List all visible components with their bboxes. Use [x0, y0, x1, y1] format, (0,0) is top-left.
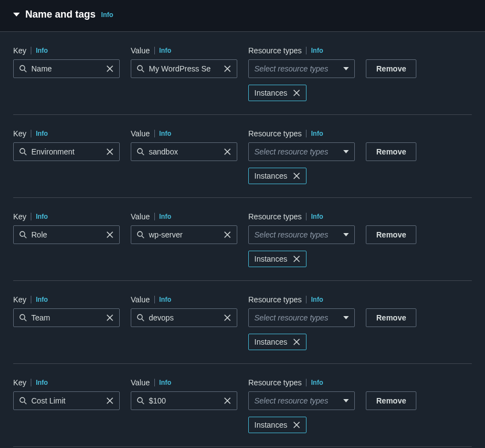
resource-types-select[interactable]: Select resource types — [248, 59, 355, 78]
tag-row: KeyInfoValueInfoResource typesInfoSelect… — [13, 364, 472, 447]
panel-header[interactable]: Name and tags Info — [0, 0, 485, 32]
resource-types-select[interactable]: Select resource types — [248, 225, 355, 244]
tag-row: KeyInfoValueInfoResource typesInfoSelect… — [13, 32, 472, 115]
chip-label: Instances — [254, 89, 287, 97]
chevron-down-icon — [343, 67, 349, 70]
key-input[interactable] — [31, 147, 103, 156]
value-label: ValueInfo — [131, 129, 237, 138]
remove-column: .Remove — [366, 212, 425, 244]
value-input[interactable] — [149, 313, 220, 322]
resource-types-select[interactable]: Select resource types — [248, 308, 355, 327]
key-column: KeyInfo — [13, 378, 120, 410]
resource-types-info-link[interactable]: Info — [311, 130, 323, 137]
key-info-link[interactable]: Info — [36, 130, 48, 137]
resource-types-chips: Instances — [248, 251, 355, 267]
key-info-link[interactable]: Info — [36, 47, 48, 54]
remove-tag-button[interactable]: Remove — [366, 225, 416, 244]
resource-types-info-link[interactable]: Info — [311, 296, 323, 303]
clear-value-icon[interactable] — [220, 397, 237, 405]
clear-key-icon[interactable] — [103, 397, 119, 405]
chip-label: Instances — [254, 338, 287, 346]
clear-value-icon[interactable] — [220, 148, 237, 156]
name-and-tags-panel: Name and tags Info KeyInfoValueInfoResou… — [0, 0, 485, 448]
key-input[interactable] — [31, 313, 103, 322]
remove-tag-button[interactable]: Remove — [366, 59, 416, 78]
resource-type-chip: Instances — [248, 85, 306, 101]
value-input-wrap — [131, 59, 237, 78]
value-info-link[interactable]: Info — [159, 379, 171, 386]
remove-chip-icon[interactable] — [293, 338, 300, 346]
clear-key-icon[interactable] — [103, 314, 119, 322]
remove-tag-button[interactable]: Remove — [366, 308, 416, 327]
svg-line-15 — [142, 153, 144, 155]
remove-chip-icon[interactable] — [293, 255, 300, 263]
key-info-link[interactable]: Info — [36, 296, 48, 303]
resource-types-info-link[interactable]: Info — [311, 379, 323, 386]
key-input[interactable] — [31, 230, 103, 239]
value-info-link[interactable]: Info — [159, 47, 171, 54]
value-label: ValueInfo — [131, 212, 237, 221]
value-column: ValueInfo — [131, 378, 237, 410]
value-info-link[interactable]: Info — [159, 130, 171, 137]
resource-types-info-link[interactable]: Info — [311, 47, 323, 54]
resource-types-chips: Instances — [248, 85, 355, 101]
remove-chip-icon[interactable] — [293, 421, 300, 429]
key-input[interactable] — [31, 64, 103, 73]
key-input-wrap — [13, 391, 120, 410]
clear-value-icon[interactable] — [220, 314, 237, 322]
key-info-link[interactable]: Info — [36, 379, 48, 386]
search-icon — [131, 231, 149, 239]
search-icon — [131, 397, 149, 405]
search-icon — [131, 148, 149, 156]
resource-types-select[interactable]: Select resource types — [248, 391, 355, 410]
chip-label: Instances — [254, 172, 287, 180]
remove-tag-button[interactable]: Remove — [366, 391, 416, 410]
clear-value-icon[interactable] — [220, 231, 237, 239]
key-input-wrap — [13, 59, 120, 78]
clear-value-icon[interactable] — [220, 65, 237, 73]
value-input-wrap — [131, 225, 237, 244]
value-input[interactable] — [149, 396, 220, 405]
chip-label: Instances — [254, 421, 287, 429]
remove-chip-icon[interactable] — [293, 89, 300, 97]
remove-column: .Remove — [366, 378, 425, 410]
resource-types-select[interactable]: Select resource types — [248, 142, 355, 161]
header-info-link[interactable]: Info — [101, 11, 113, 19]
value-input-wrap — [131, 142, 237, 161]
tag-row: KeyInfoValueInfoResource typesInfoSelect… — [13, 115, 472, 198]
tags-list: KeyInfoValueInfoResource typesInfoSelect… — [0, 32, 485, 448]
key-input[interactable] — [31, 396, 103, 405]
svg-line-35 — [142, 319, 144, 321]
resource-type-chip: Instances — [248, 417, 306, 433]
resource-types-column: Resource typesInfoSelect resource typesI… — [248, 46, 355, 101]
resource-type-chip: Instances — [248, 168, 306, 184]
value-input[interactable] — [149, 147, 220, 156]
tag-row: KeyInfoValueInfoResource typesInfoSelect… — [13, 198, 472, 281]
svg-line-25 — [142, 236, 144, 238]
remove-tag-button[interactable]: Remove — [366, 142, 416, 161]
select-placeholder: Select resource types — [254, 147, 328, 156]
clear-key-icon[interactable] — [103, 148, 119, 156]
clear-key-icon[interactable] — [103, 231, 119, 239]
value-input-wrap — [131, 391, 237, 410]
key-column: KeyInfo — [13, 212, 120, 244]
key-info-link[interactable]: Info — [36, 213, 48, 220]
key-label: KeyInfo — [13, 46, 120, 55]
svg-line-45 — [142, 402, 144, 404]
value-input[interactable] — [149, 64, 220, 73]
value-column: ValueInfo — [131, 295, 237, 327]
resource-types-label: Resource typesInfo — [248, 129, 355, 138]
resource-types-info-link[interactable]: Info — [311, 213, 323, 220]
search-icon — [14, 231, 31, 239]
resource-types-chips: Instances — [248, 417, 355, 433]
clear-key-icon[interactable] — [103, 65, 119, 73]
search-icon — [131, 65, 149, 73]
value-input[interactable] — [149, 230, 220, 239]
value-label: ValueInfo — [131, 46, 237, 55]
resource-type-chip: Instances — [248, 334, 306, 350]
remove-chip-icon[interactable] — [293, 172, 300, 180]
value-info-link[interactable]: Info — [159, 213, 171, 220]
collapse-caret-icon[interactable] — [13, 13, 20, 16]
resource-types-column: Resource typesInfoSelect resource typesI… — [248, 212, 355, 267]
value-info-link[interactable]: Info — [159, 296, 171, 303]
